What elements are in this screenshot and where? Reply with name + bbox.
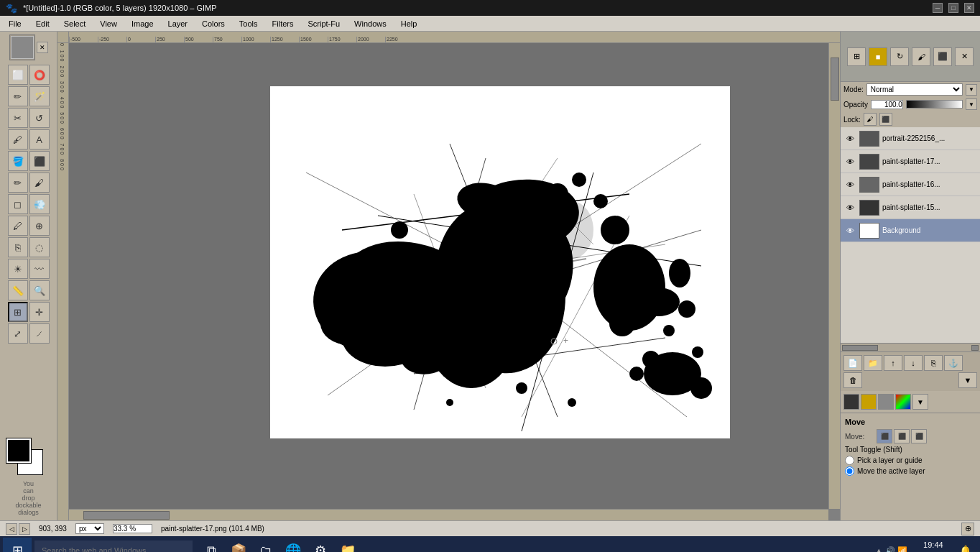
menu-scriptfu[interactable]: Script-Fu: [302, 18, 346, 29]
layer-item[interactable]: 👁 portrait-2252156_...: [841, 127, 980, 150]
scrollbar-vertical[interactable]: [828, 43, 840, 509]
layers-more-btn[interactable]: ▼: [958, 372, 977, 388]
taskbar-search[interactable]: [34, 540, 193, 552]
menu-filters[interactable]: Filters: [267, 18, 300, 29]
fuzzy-select-tool[interactable]: 🪄: [29, 86, 50, 106]
menu-tools[interactable]: Tools: [234, 18, 264, 29]
transform-tool[interactable]: ↺: [29, 108, 50, 128]
eraser-tool[interactable]: ◻: [8, 194, 28, 214]
scale-tool[interactable]: ⤢: [8, 323, 28, 344]
taskbar-app-browser[interactable]: 🌐: [280, 538, 306, 552]
layer-visibility-toggle[interactable]: 👁: [843, 132, 856, 145]
move-path-icon[interactable]: ⬛: [911, 429, 927, 443]
align-tool[interactable]: ⊞: [8, 302, 28, 322]
layers-scroll-thumb[interactable]: [842, 345, 878, 351]
fg-bg-colors[interactable]: [6, 438, 42, 474]
shear-tool[interactable]: ⟋: [29, 323, 50, 344]
color-square-dark[interactable]: [843, 394, 859, 410]
mode-select[interactable]: Normal Multiply Screen: [866, 83, 963, 96]
taskbar-app-settings[interactable]: ⚙: [308, 538, 333, 552]
move-layer-up-btn[interactable]: ↑: [884, 355, 902, 371]
rect-select-tool[interactable]: ⬜: [8, 65, 28, 85]
nav-btn-prev[interactable]: ◁: [6, 523, 17, 535]
opacity-input[interactable]: [871, 100, 903, 109]
move-layer-icon[interactable]: ⬛: [877, 429, 892, 443]
taskbar-app-task-view[interactable]: ⧉: [198, 538, 224, 552]
mode-dropdown-btn[interactable]: ▼: [966, 84, 977, 96]
nav-btn-next[interactable]: ▷: [19, 523, 30, 535]
new-layer-btn[interactable]: 📄: [843, 355, 862, 371]
move-layer-down-btn[interactable]: ↓: [904, 355, 923, 371]
lock-pixels-btn[interactable]: 🖌: [864, 113, 877, 126]
move-guide-icon[interactable]: ⬛: [894, 429, 910, 443]
scroll-thumb-v[interactable]: [831, 58, 839, 101]
status-zoom[interactable]: [113, 524, 152, 533]
menu-file[interactable]: File: [3, 18, 27, 29]
airbrush-tool[interactable]: 💨: [29, 194, 50, 214]
layer-item-background[interactable]: 👁 Background: [841, 219, 980, 242]
layers-scroll-right[interactable]: [971, 345, 979, 351]
blur-tool[interactable]: ◌: [29, 237, 50, 257]
radio-pick[interactable]: Pick a layer or guide: [845, 456, 976, 465]
scrollbar-horizontal[interactable]: [69, 509, 828, 520]
radio-active-input[interactable]: [845, 466, 854, 476]
menu-help[interactable]: Help: [395, 18, 423, 29]
heal-tool[interactable]: ⊕: [29, 216, 50, 236]
opacity-slider[interactable]: [906, 100, 963, 109]
color-square-gray[interactable]: [878, 394, 894, 410]
minimize-button[interactable]: ─: [933, 3, 943, 13]
measure-tool[interactable]: 📏: [8, 280, 28, 300]
panel-icon-1[interactable]: ⊞: [847, 47, 866, 66]
clone-tool[interactable]: ⎘: [8, 237, 28, 257]
ink-tool[interactable]: 🖊: [8, 216, 28, 236]
delete-layer-btn[interactable]: 🗑: [843, 372, 862, 388]
text-tool[interactable]: A: [29, 129, 50, 150]
menu-view[interactable]: View: [94, 18, 123, 29]
opacity-dropdown-btn[interactable]: ▼: [966, 98, 977, 110]
layer-visibility-toggle[interactable]: 👁: [843, 224, 856, 237]
crop-tool[interactable]: ✂: [8, 108, 28, 128]
pencil-tool[interactable]: ✏: [8, 172, 28, 193]
menu-image[interactable]: Image: [126, 18, 160, 29]
foreground-color-box[interactable]: [6, 438, 31, 463]
layer-item[interactable]: 👁 paint-splatter-15...: [841, 196, 980, 219]
zoom-tool[interactable]: 🔍: [29, 280, 50, 300]
menu-layer[interactable]: Layer: [162, 18, 194, 29]
panel-icon-3[interactable]: ↻: [890, 47, 909, 66]
panel-icon-5[interactable]: ⬛: [933, 47, 952, 66]
taskbar-app-dropbox[interactable]: 📦: [226, 538, 251, 552]
scroll-thumb-h[interactable]: [83, 511, 170, 520]
color-square-gold[interactable]: [861, 394, 877, 410]
lock-alpha-btn[interactable]: ⬛: [879, 113, 892, 126]
radio-pick-input[interactable]: [845, 456, 854, 465]
menu-edit[interactable]: Edit: [30, 18, 55, 29]
dodge-tool[interactable]: ☀: [8, 259, 28, 279]
statusbar-nav-icon[interactable]: ⊕: [961, 523, 974, 535]
start-button[interactable]: ⊞: [3, 538, 32, 552]
close-button[interactable]: ✕: [964, 3, 974, 13]
layers-scrollbar[interactable]: [841, 343, 980, 351]
menu-windows[interactable]: Windows: [348, 18, 392, 29]
smudge-tool[interactable]: 〰: [29, 259, 50, 279]
anchor-layer-btn[interactable]: ⚓: [944, 355, 963, 371]
layer-visibility-toggle[interactable]: 👁: [843, 178, 856, 191]
paint-bucket-tool[interactable]: 🪣: [8, 151, 28, 171]
panel-icon-4[interactable]: 🖌: [912, 47, 930, 66]
panel-icon-6[interactable]: ✕: [955, 47, 974, 66]
duplicate-layer-btn[interactable]: ⎘: [924, 355, 943, 371]
taskbar-notif-icon[interactable]: 🔔: [959, 545, 971, 552]
menu-colors[interactable]: Colors: [196, 18, 231, 29]
new-layer-group-btn[interactable]: 📁: [864, 355, 882, 371]
layer-visibility-toggle[interactable]: 👁: [843, 201, 856, 214]
blend-tool[interactable]: ⬛: [29, 151, 50, 171]
close-toolbox[interactable]: ✕: [37, 42, 48, 53]
taskbar-app-explorer[interactable]: 📁: [335, 538, 361, 552]
taskbar-app-folders[interactable]: 🗂: [253, 538, 279, 552]
ellipse-select-tool[interactable]: ⭕: [29, 65, 50, 85]
canvas-scroll-area[interactable]: +: [69, 43, 828, 509]
paintbrush-tool[interactable]: 🖌: [29, 172, 50, 193]
layer-visibility-toggle[interactable]: 👁: [843, 155, 856, 168]
color-more-btn[interactable]: ▼: [912, 394, 928, 410]
maximize-button[interactable]: □: [948, 3, 958, 13]
paths-tool[interactable]: 🖋: [8, 129, 28, 150]
